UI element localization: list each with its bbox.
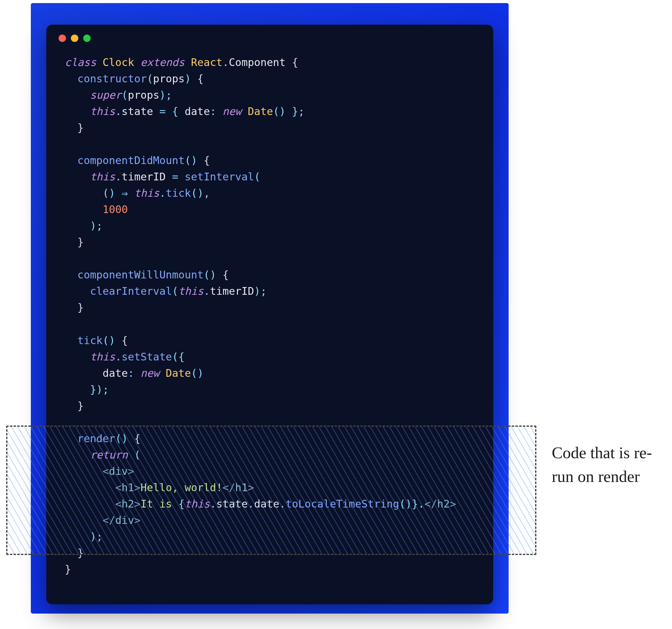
close-icon[interactable] (58, 34, 66, 42)
minimize-icon[interactable] (71, 34, 78, 42)
window-controls (46, 25, 493, 42)
handwritten-annotation: Code that is re-run on render (552, 441, 669, 488)
zoom-icon[interactable] (83, 34, 91, 42)
code-editor-window: class Clock extends React.Component { co… (46, 25, 493, 604)
code-block: class Clock extends React.Component { co… (46, 42, 493, 590)
